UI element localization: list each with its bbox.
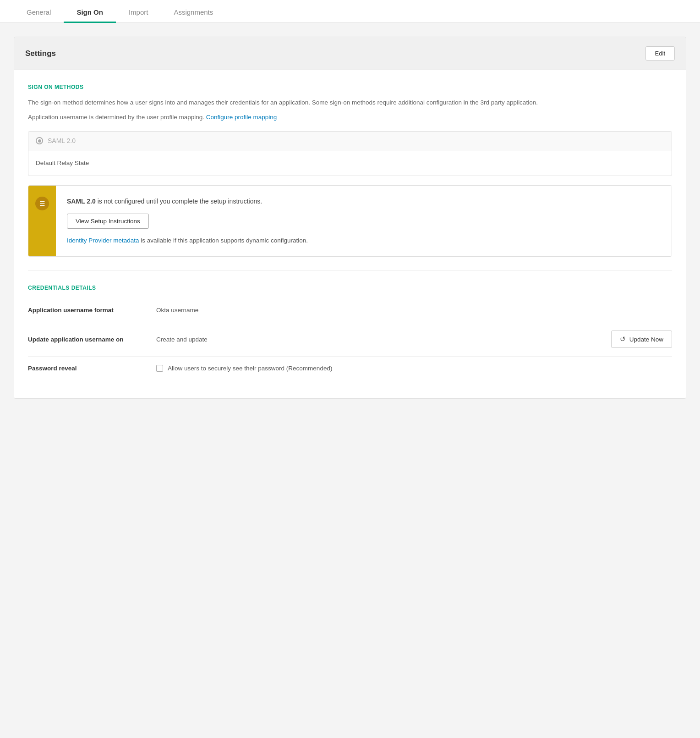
warning-list-icon: ☰	[35, 197, 49, 210]
saml-radio[interactable]	[36, 137, 43, 144]
main-content: Settings Edit SIGN ON METHODS The sign-o…	[9, 23, 691, 403]
password-reveal-label: Password reveal	[28, 365, 156, 372]
warning-banner: ☰ SAML 2.0 is not configured until you c…	[28, 185, 672, 257]
saml-body: Default Relay State	[28, 150, 672, 176]
page-wrapper: General Sign On Import Assignments Setti…	[0, 0, 700, 738]
tab-general[interactable]: General	[14, 0, 64, 22]
saml-header: SAML 2.0	[28, 132, 672, 150]
update-username-value: Create and update	[156, 336, 611, 343]
sign-on-methods-section: SIGN ON METHODS The sign-on method deter…	[28, 84, 672, 257]
view-setup-instructions-button[interactable]: View Setup Instructions	[67, 214, 149, 229]
update-now-label: Update Now	[629, 336, 663, 343]
cred-row-update-username: Update application username on Create an…	[28, 322, 672, 357]
warning-sidebar: ☰	[28, 186, 56, 256]
tab-import[interactable]: Import	[116, 0, 161, 22]
refresh-icon: ↺	[620, 335, 626, 343]
warning-suffix: is not configured until you complete the…	[96, 198, 262, 205]
credentials-heading: CREDENTIALS DETAILS	[28, 285, 672, 291]
sign-on-desc2: Application username is determined by th…	[28, 112, 672, 122]
settings-header: Settings Edit	[14, 37, 686, 70]
default-relay-state-text: Default Relay State	[36, 160, 89, 166]
password-reveal-checkbox-row: Allow users to securely see their passwo…	[156, 365, 672, 372]
warning-content: SAML 2.0 is not configured until you com…	[56, 186, 672, 256]
update-username-label: Update application username on	[28, 336, 156, 343]
sign-on-desc1: The sign-on method determines how a user…	[28, 98, 672, 108]
settings-card: Settings Edit SIGN ON METHODS The sign-o…	[14, 37, 686, 399]
idp-metadata-text: Identity Provider metadata is available …	[67, 236, 661, 245]
tab-sign-on[interactable]: Sign On	[64, 0, 116, 22]
saml-box: SAML 2.0 Default Relay State	[28, 131, 672, 176]
password-reveal-checkbox-label: Allow users to securely see their passwo…	[168, 365, 332, 372]
settings-title: Settings	[25, 49, 56, 58]
saml-bold-label: SAML 2.0	[67, 198, 96, 205]
tab-assignments[interactable]: Assignments	[161, 0, 226, 22]
idp-suffix: is available if this application support…	[139, 237, 308, 244]
edit-button[interactable]: Edit	[645, 46, 675, 61]
configure-profile-mapping-link[interactable]: Configure profile mapping	[206, 114, 277, 121]
warning-text: SAML 2.0 is not configured until you com…	[67, 197, 661, 206]
settings-body: SIGN ON METHODS The sign-on method deter…	[14, 70, 686, 398]
tabs-bar: General Sign On Import Assignments	[0, 0, 700, 23]
credentials-section: CREDENTIALS DETAILS Application username…	[28, 285, 672, 380]
cred-row-username-format: Application username format Okta usernam…	[28, 298, 672, 322]
radio-inner	[38, 139, 41, 143]
cred-row-password-reveal: Password reveal Allow users to securely …	[28, 357, 672, 380]
section-divider	[28, 270, 672, 271]
update-now-button[interactable]: ↺ Update Now	[611, 330, 672, 348]
idp-metadata-link[interactable]: Identity Provider metadata	[67, 237, 139, 244]
username-format-label: Application username format	[28, 307, 156, 314]
username-format-value: Okta username	[156, 307, 672, 314]
password-reveal-checkbox[interactable]	[156, 365, 163, 372]
sign-on-methods-heading: SIGN ON METHODS	[28, 84, 672, 90]
saml-label: SAML 2.0	[48, 137, 76, 144]
